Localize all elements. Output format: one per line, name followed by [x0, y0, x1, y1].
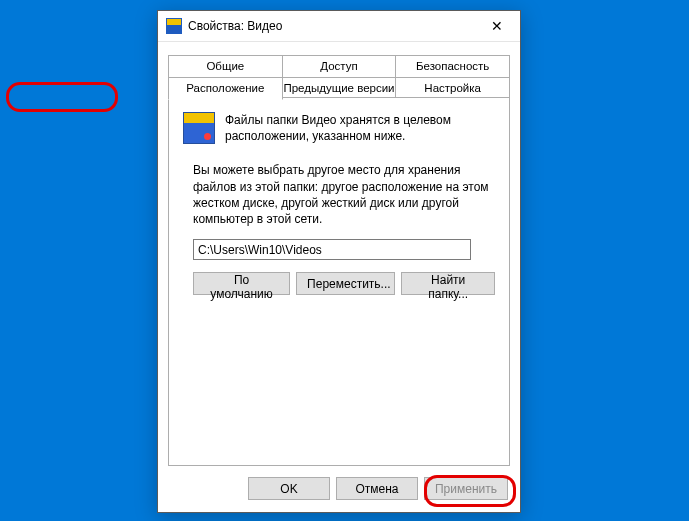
location-help-text: Вы можете выбрать другое место для хране…	[193, 162, 495, 227]
restore-default-button[interactable]: По умолчанию	[193, 272, 290, 295]
tab-container: Общие Доступ Безопасность Расположение П…	[168, 55, 510, 466]
tab-general[interactable]: Общие	[168, 55, 283, 78]
tab-location[interactable]: Расположение	[168, 77, 283, 100]
tab-security[interactable]: Безопасность	[395, 55, 510, 78]
properties-dialog: Свойства: Видео ✕ Общие Доступ Безопасно…	[157, 10, 521, 513]
folder-videos-icon	[166, 18, 182, 34]
location-path-input[interactable]	[193, 239, 471, 260]
tab-page-location: Файлы папки Видео хранятся в целевом рас…	[168, 97, 510, 466]
window-title: Свойства: Видео	[188, 19, 474, 33]
close-button[interactable]: ✕	[474, 11, 520, 41]
folder-videos-icon	[183, 112, 215, 144]
ok-button[interactable]: OK	[248, 477, 330, 500]
find-target-button[interactable]: Найти папку...	[401, 272, 495, 295]
move-button[interactable]: Переместить...	[296, 272, 395, 295]
tab-sharing[interactable]: Доступ	[282, 55, 397, 78]
tab-row-1: Общие Доступ Безопасность	[168, 55, 510, 78]
dialog-button-row: OK Отмена Применить	[248, 477, 508, 500]
cancel-button[interactable]: Отмена	[336, 477, 418, 500]
titlebar[interactable]: Свойства: Видео ✕	[158, 11, 520, 42]
apply-button[interactable]: Применить	[424, 477, 508, 500]
location-info-text: Файлы папки Видео хранятся в целевом рас…	[225, 112, 495, 144]
annotation-tab-location	[6, 82, 118, 112]
